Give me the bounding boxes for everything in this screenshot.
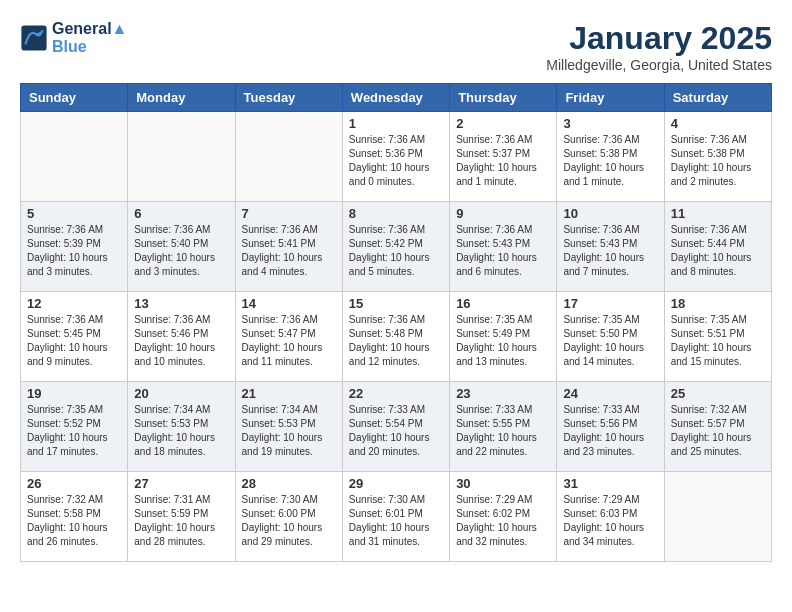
calendar-cell: 16Sunrise: 7:35 AMSunset: 5:49 PMDayligh…: [450, 292, 557, 382]
day-info: Sunrise: 7:35 AMSunset: 5:52 PMDaylight:…: [27, 403, 121, 459]
day-info: Sunrise: 7:36 AMSunset: 5:46 PMDaylight:…: [134, 313, 228, 369]
day-number: 1: [349, 116, 443, 131]
calendar-cell: 20Sunrise: 7:34 AMSunset: 5:53 PMDayligh…: [128, 382, 235, 472]
weekday-header-row: SundayMondayTuesdayWednesdayThursdayFrid…: [21, 84, 772, 112]
day-info: Sunrise: 7:32 AMSunset: 5:57 PMDaylight:…: [671, 403, 765, 459]
location: Milledgeville, Georgia, United States: [546, 57, 772, 73]
day-number: 13: [134, 296, 228, 311]
calendar-cell: 29Sunrise: 7:30 AMSunset: 6:01 PMDayligh…: [342, 472, 449, 562]
weekday-header-friday: Friday: [557, 84, 664, 112]
day-info: Sunrise: 7:36 AMSunset: 5:43 PMDaylight:…: [456, 223, 550, 279]
calendar-cell: 21Sunrise: 7:34 AMSunset: 5:53 PMDayligh…: [235, 382, 342, 472]
calendar-cell: 25Sunrise: 7:32 AMSunset: 5:57 PMDayligh…: [664, 382, 771, 472]
day-number: 20: [134, 386, 228, 401]
calendar-table: SundayMondayTuesdayWednesdayThursdayFrid…: [20, 83, 772, 562]
day-info: Sunrise: 7:36 AMSunset: 5:38 PMDaylight:…: [671, 133, 765, 189]
day-number: 19: [27, 386, 121, 401]
weekday-header-thursday: Thursday: [450, 84, 557, 112]
calendar-cell: 22Sunrise: 7:33 AMSunset: 5:54 PMDayligh…: [342, 382, 449, 472]
calendar-cell: 19Sunrise: 7:35 AMSunset: 5:52 PMDayligh…: [21, 382, 128, 472]
calendar-cell: 11Sunrise: 7:36 AMSunset: 5:44 PMDayligh…: [664, 202, 771, 292]
day-info: Sunrise: 7:32 AMSunset: 5:58 PMDaylight:…: [27, 493, 121, 549]
calendar-cell: [21, 112, 128, 202]
calendar-cell: [664, 472, 771, 562]
day-info: Sunrise: 7:36 AMSunset: 5:43 PMDaylight:…: [563, 223, 657, 279]
day-info: Sunrise: 7:36 AMSunset: 5:48 PMDaylight:…: [349, 313, 443, 369]
day-number: 28: [242, 476, 336, 491]
day-number: 5: [27, 206, 121, 221]
weekday-header-monday: Monday: [128, 84, 235, 112]
day-number: 6: [134, 206, 228, 221]
day-info: Sunrise: 7:34 AMSunset: 5:53 PMDaylight:…: [242, 403, 336, 459]
day-info: Sunrise: 7:33 AMSunset: 5:54 PMDaylight:…: [349, 403, 443, 459]
calendar-cell: 26Sunrise: 7:32 AMSunset: 5:58 PMDayligh…: [21, 472, 128, 562]
calendar-cell: 31Sunrise: 7:29 AMSunset: 6:03 PMDayligh…: [557, 472, 664, 562]
day-info: Sunrise: 7:36 AMSunset: 5:38 PMDaylight:…: [563, 133, 657, 189]
day-info: Sunrise: 7:35 AMSunset: 5:51 PMDaylight:…: [671, 313, 765, 369]
calendar-cell: 14Sunrise: 7:36 AMSunset: 5:47 PMDayligh…: [235, 292, 342, 382]
day-number: 22: [349, 386, 443, 401]
weekday-header-tuesday: Tuesday: [235, 84, 342, 112]
day-number: 29: [349, 476, 443, 491]
calendar-cell: 2Sunrise: 7:36 AMSunset: 5:37 PMDaylight…: [450, 112, 557, 202]
day-number: 9: [456, 206, 550, 221]
calendar-cell: 5Sunrise: 7:36 AMSunset: 5:39 PMDaylight…: [21, 202, 128, 292]
day-number: 10: [563, 206, 657, 221]
calendar-cell: 3Sunrise: 7:36 AMSunset: 5:38 PMDaylight…: [557, 112, 664, 202]
logo: General▲ Blue: [20, 20, 127, 56]
day-info: Sunrise: 7:35 AMSunset: 5:49 PMDaylight:…: [456, 313, 550, 369]
calendar-cell: 7Sunrise: 7:36 AMSunset: 5:41 PMDaylight…: [235, 202, 342, 292]
calendar-week-row: 1Sunrise: 7:36 AMSunset: 5:36 PMDaylight…: [21, 112, 772, 202]
day-number: 4: [671, 116, 765, 131]
day-info: Sunrise: 7:30 AMSunset: 6:00 PMDaylight:…: [242, 493, 336, 549]
day-info: Sunrise: 7:34 AMSunset: 5:53 PMDaylight:…: [134, 403, 228, 459]
weekday-header-saturday: Saturday: [664, 84, 771, 112]
day-number: 26: [27, 476, 121, 491]
day-info: Sunrise: 7:35 AMSunset: 5:50 PMDaylight:…: [563, 313, 657, 369]
day-number: 11: [671, 206, 765, 221]
weekday-header-sunday: Sunday: [21, 84, 128, 112]
day-info: Sunrise: 7:36 AMSunset: 5:40 PMDaylight:…: [134, 223, 228, 279]
day-number: 25: [671, 386, 765, 401]
calendar-cell: 8Sunrise: 7:36 AMSunset: 5:42 PMDaylight…: [342, 202, 449, 292]
day-number: 23: [456, 386, 550, 401]
day-info: Sunrise: 7:36 AMSunset: 5:45 PMDaylight:…: [27, 313, 121, 369]
calendar-cell: 6Sunrise: 7:36 AMSunset: 5:40 PMDaylight…: [128, 202, 235, 292]
day-number: 14: [242, 296, 336, 311]
day-number: 7: [242, 206, 336, 221]
day-info: Sunrise: 7:36 AMSunset: 5:42 PMDaylight:…: [349, 223, 443, 279]
day-info: Sunrise: 7:36 AMSunset: 5:47 PMDaylight:…: [242, 313, 336, 369]
day-info: Sunrise: 7:31 AMSunset: 5:59 PMDaylight:…: [134, 493, 228, 549]
day-number: 30: [456, 476, 550, 491]
day-number: 2: [456, 116, 550, 131]
day-info: Sunrise: 7:29 AMSunset: 6:03 PMDaylight:…: [563, 493, 657, 549]
calendar-cell: 17Sunrise: 7:35 AMSunset: 5:50 PMDayligh…: [557, 292, 664, 382]
day-info: Sunrise: 7:29 AMSunset: 6:02 PMDaylight:…: [456, 493, 550, 549]
calendar-cell: 23Sunrise: 7:33 AMSunset: 5:55 PMDayligh…: [450, 382, 557, 472]
day-info: Sunrise: 7:36 AMSunset: 5:36 PMDaylight:…: [349, 133, 443, 189]
calendar-cell: 13Sunrise: 7:36 AMSunset: 5:46 PMDayligh…: [128, 292, 235, 382]
day-number: 8: [349, 206, 443, 221]
calendar-cell: 24Sunrise: 7:33 AMSunset: 5:56 PMDayligh…: [557, 382, 664, 472]
day-info: Sunrise: 7:36 AMSunset: 5:41 PMDaylight:…: [242, 223, 336, 279]
day-number: 27: [134, 476, 228, 491]
day-info: Sunrise: 7:36 AMSunset: 5:39 PMDaylight:…: [27, 223, 121, 279]
calendar-cell: 1Sunrise: 7:36 AMSunset: 5:36 PMDaylight…: [342, 112, 449, 202]
day-info: Sunrise: 7:36 AMSunset: 5:44 PMDaylight:…: [671, 223, 765, 279]
calendar-cell: 9Sunrise: 7:36 AMSunset: 5:43 PMDaylight…: [450, 202, 557, 292]
calendar-cell: 30Sunrise: 7:29 AMSunset: 6:02 PMDayligh…: [450, 472, 557, 562]
month-title: January 2025: [546, 20, 772, 57]
day-number: 18: [671, 296, 765, 311]
day-info: Sunrise: 7:33 AMSunset: 5:55 PMDaylight:…: [456, 403, 550, 459]
day-number: 16: [456, 296, 550, 311]
calendar-cell: [128, 112, 235, 202]
logo-text: General▲ Blue: [52, 20, 127, 56]
title-block: January 2025 Milledgeville, Georgia, Uni…: [546, 20, 772, 73]
logo-icon: [20, 24, 48, 52]
day-number: 3: [563, 116, 657, 131]
calendar-cell: [235, 112, 342, 202]
calendar-cell: 27Sunrise: 7:31 AMSunset: 5:59 PMDayligh…: [128, 472, 235, 562]
calendar-cell: 15Sunrise: 7:36 AMSunset: 5:48 PMDayligh…: [342, 292, 449, 382]
calendar-week-row: 5Sunrise: 7:36 AMSunset: 5:39 PMDaylight…: [21, 202, 772, 292]
day-number: 12: [27, 296, 121, 311]
